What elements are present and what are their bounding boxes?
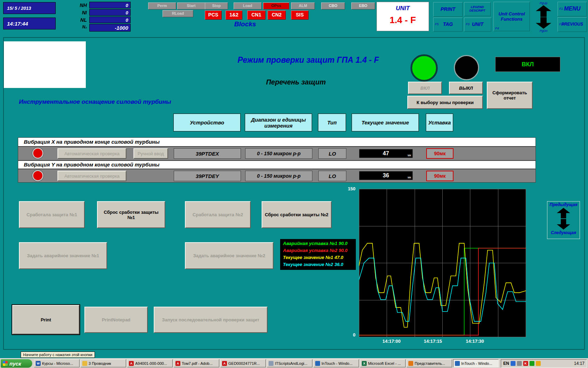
taskbar-item-scripts[interactable]: ITScriptsAndLogi... [267, 359, 312, 367]
windows-flag-icon [3, 361, 8, 366]
taskbar-item-app[interactable]: Представитель... [407, 359, 452, 367]
taskbar-item-word[interactable]: W Курсы - Microso... [34, 359, 79, 367]
taskbar-item-explorer[interactable]: 3 Проводник [81, 359, 126, 367]
run-sequential-check-button[interactable]: Запуск последовательной проверки защит [154, 307, 268, 333]
power-state-display: ВКЛ [495, 57, 560, 72]
page-down-icon[interactable] [536, 17, 551, 29]
display-icon[interactable] [511, 361, 516, 366]
page-title: Режим проверки защит ГПА 1.4 - F [210, 55, 406, 65]
set-alarm-value2-button[interactable]: Задать аварийное значение №2 [185, 242, 274, 269]
ebo-button[interactable]: EBO [351, 2, 375, 9]
taskbar-item-intouch1[interactable]: InTouch - Windo... [313, 359, 359, 367]
taskbar-item-pdf3[interactable]: A GED00024771R... [220, 359, 266, 367]
taskbar-item-label: GED00024771R... [228, 361, 260, 366]
current-value-y-unit: мк [408, 176, 411, 179]
off-button[interactable]: ВЫКЛ [449, 82, 483, 94]
tag-nav-button[interactable]: TAG F5 [433, 18, 463, 32]
unit-control-functions-label: Unit Control Functions [495, 11, 528, 22]
device-tag-x: 39PTDEX [174, 148, 241, 159]
legend-descript-button[interactable]: LEGEND DESCRIPT [464, 2, 491, 16]
trend-legend: Аварийная уставка №1 90.0 Аварийная уста… [280, 239, 356, 270]
taskbar-item-pdf1[interactable]: A A94001-000-000... [127, 359, 173, 367]
blocks-label: Blocks [210, 20, 280, 28]
generate-report-button[interactable]: Сформировать отчет [487, 82, 533, 109]
trip1-button[interactable]: Сработала защита №1 [19, 201, 85, 228]
taskbar-item-excel[interactable]: X Microsoft Excel - ... [360, 359, 406, 367]
cn2-button[interactable]: CN2 [268, 11, 286, 20]
previous-fkey-label: F11 [559, 18, 565, 31]
group12-button[interactable]: 1&2 [226, 11, 242, 20]
start-button[interactable]: пуск [1, 359, 32, 368]
perm-button[interactable]: Perm [148, 2, 176, 9]
start-button[interactable]: Start [177, 2, 205, 9]
reset2-button[interactable]: Сброс сработки защиты №2 [262, 201, 332, 228]
legend-setpoint2: Аварийная уставка №2 90.0 [283, 247, 353, 254]
taskbar-item-pdf2[interactable]: A Том7.pdf - Adob... [174, 359, 219, 367]
stop-button[interactable]: Stop [205, 2, 228, 9]
taskbar-item-intouch2[interactable]: InTouch - Windo... [453, 359, 499, 367]
unit-display-value: 1.4 - F [377, 15, 429, 26]
volume-icon[interactable] [517, 361, 522, 366]
reset1-button[interactable]: Сброс сработки защиты №1 [97, 201, 165, 228]
auto-check-button-y[interactable]: Автоматическая проверка [57, 171, 126, 181]
taskbar-item-label: InTouch - Windo... [461, 361, 492, 366]
alm-button[interactable]: ALM [291, 2, 315, 9]
print-notepad-button[interactable]: PrintNotepad [84, 307, 148, 333]
trip2-button[interactable]: Сработала защита №2 [185, 201, 251, 228]
date-display: 15/ 5 / 2013 [3, 2, 56, 14]
param-value-nl: 0 [89, 16, 131, 23]
auto-check-button-x[interactable]: Автоматическая проверка [57, 148, 126, 159]
unit-display: UNIT 1.4 - F [376, 2, 429, 31]
zone-select-button[interactable]: К выбору зоны проверки [407, 96, 483, 109]
antivirus-icon[interactable]: K [523, 361, 528, 366]
cn1-button[interactable]: CN1 [247, 11, 265, 20]
opss-button[interactable]: OPss [263, 2, 289, 9]
status-lamp-off [454, 55, 479, 80]
legend-setpoint1: Аварийная уставка №1 90.0 [283, 240, 353, 247]
shield-icon[interactable] [530, 361, 534, 366]
app-icon [408, 361, 413, 366]
document-icon [269, 361, 274, 366]
prev-page-icon[interactable] [557, 208, 570, 218]
param-value-n2: -1000 [89, 24, 131, 32]
protection-row-x: Автоматическая проверка Ручной ввод 39PT… [18, 146, 536, 161]
pdf-icon: A [222, 361, 227, 366]
language-indicator[interactable]: EN [503, 361, 509, 366]
load-button[interactable]: Load [234, 2, 262, 9]
cbo-button[interactable]: CBO [321, 2, 345, 9]
excel-icon: X [362, 361, 367, 366]
on-button[interactable]: ВКЛ [408, 82, 442, 94]
manual-input-button-x[interactable]: Ручной ввод [133, 148, 168, 159]
legend-value1: Текущее значение №1 47.0 [283, 254, 353, 261]
previous-button[interactable]: PREVIOUS F11 [558, 17, 587, 32]
param-label-nl: NL [60, 17, 87, 23]
menu-fkey-label: F1 [559, 2, 563, 15]
protection-row-title-x: Вибрация X на приводном конце силовой ту… [18, 137, 536, 146]
pcs-button[interactable]: PCS [205, 11, 222, 20]
trend-chart [359, 189, 526, 337]
print-button[interactable]: Print [12, 305, 79, 334]
unit-nav-label: UNIT [472, 21, 484, 27]
system-tray: EN K 14:17 [501, 359, 587, 368]
current-value-x: 47 мк [359, 149, 413, 158]
page-up-icon[interactable] [536, 5, 551, 17]
menu-button[interactable]: MENU F1 [558, 2, 587, 16]
unit-control-functions-button[interactable]: Unit Control Functions F4 [493, 2, 530, 31]
next-page-icon[interactable] [557, 219, 570, 230]
current-value-x-number: 47 [383, 150, 389, 157]
current-value-y: 36 мк [359, 171, 413, 180]
column-header-current-value: Текущее значение [352, 114, 419, 131]
set-alarm-value1-button[interactable]: Задать аварийное значение №1 [19, 242, 107, 269]
print-nav-button[interactable]: PRINT [433, 2, 463, 17]
param-label-nh: NH [60, 2, 87, 8]
nav-prev-label: Предыдущая [547, 202, 580, 207]
taskbar-item-label: ITScriptsAndLogi... [275, 361, 307, 366]
protection-row-y: Автоматическая проверка 39PTDEY 0 - 150 … [18, 169, 536, 183]
page-scroll-control: PgUp PgDn [533, 1, 554, 34]
rload-button[interactable]: RLoad [162, 10, 193, 17]
unit-nav-button[interactable]: UNIT F3 [464, 18, 491, 32]
network-icon[interactable] [536, 361, 541, 366]
pgup-label: PgUp [533, 1, 554, 5]
sis-button[interactable]: SIS [291, 11, 309, 20]
alarm-lamp-x [32, 148, 43, 159]
